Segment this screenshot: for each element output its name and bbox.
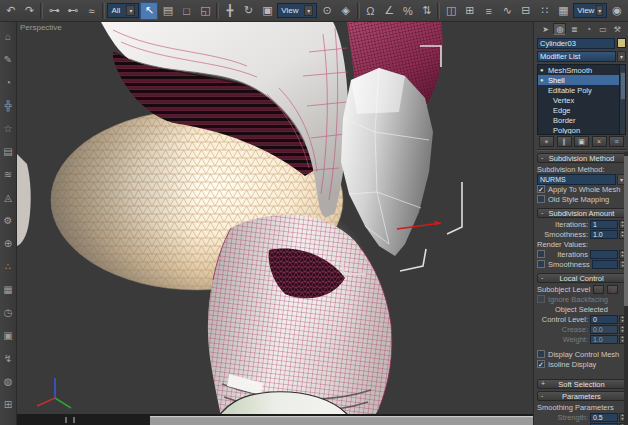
modifier-stack: ● MeshSmooth ● Shell Editable Poly Verte… bbox=[537, 64, 626, 135]
render-smoothness-checkbox[interactable]: ✓ bbox=[537, 260, 545, 268]
render-smoothness-field[interactable] bbox=[592, 260, 619, 269]
viewport-label[interactable]: Perspective bbox=[20, 23, 62, 32]
perspective-viewport[interactable]: Perspective bbox=[17, 22, 533, 425]
stack-item-edge[interactable]: Edge bbox=[538, 105, 625, 115]
select-and-scale-icon[interactable]: ▣ bbox=[259, 2, 277, 20]
stack-item-polygon[interactable]: Polygon bbox=[538, 125, 625, 135]
remove-modifier-button[interactable]: × bbox=[592, 136, 607, 147]
time-slider-strip[interactable] bbox=[17, 414, 533, 425]
schematic-view-icon[interactable]: ⊟ bbox=[517, 2, 535, 20]
left-tool-15-icon[interactable]: ↯ bbox=[1, 347, 16, 370]
selection-region-icon[interactable]: □ bbox=[178, 2, 196, 20]
percent-snap-icon[interactable]: % bbox=[399, 2, 417, 20]
layer-manager-icon[interactable]: ≡ bbox=[480, 2, 498, 20]
pin-stack-button[interactable]: ⌖ bbox=[539, 136, 554, 147]
stack-item-meshsmooth[interactable]: ● MeshSmooth bbox=[538, 65, 625, 75]
left-tool-11-icon[interactable]: ∴ bbox=[1, 255, 16, 278]
spinner-snap-icon[interactable]: ⇅ bbox=[418, 2, 436, 20]
left-tool-16-icon[interactable]: ◍ bbox=[1, 370, 16, 393]
stack-scrollbar[interactable] bbox=[619, 65, 625, 134]
window-crossing-icon[interactable]: ◱ bbox=[197, 2, 215, 20]
selection-filter-dropdown[interactable]: All ▾ bbox=[107, 3, 139, 18]
coordinate-system-dropdown[interactable]: View ▾ bbox=[277, 3, 317, 18]
material-editor-icon[interactable]: ∷ bbox=[536, 2, 554, 20]
object-color-swatch[interactable] bbox=[617, 38, 626, 48]
chevron-down-icon[interactable]: ▾ bbox=[617, 51, 626, 62]
smoothness-field[interactable]: 1.0 bbox=[590, 230, 618, 239]
stack-item-border[interactable]: Border bbox=[538, 115, 625, 125]
tab-modify[interactable]: ◎ bbox=[553, 23, 566, 35]
left-tool-8-icon[interactable]: ◬ bbox=[1, 186, 16, 209]
left-tool-3-icon[interactable]: ◔ bbox=[1, 71, 16, 94]
render-setup-icon[interactable]: ▦ bbox=[555, 2, 573, 20]
select-and-move-icon[interactable]: ╋ bbox=[221, 2, 239, 20]
select-by-name-icon[interactable]: ▤ bbox=[159, 2, 177, 20]
make-unique-button[interactable]: ▣ bbox=[574, 136, 589, 147]
tab-motion[interactable]: ◔ bbox=[582, 23, 595, 35]
snap-toggle-icon[interactable]: Ω bbox=[362, 2, 380, 20]
lightbulb-icon[interactable]: ● bbox=[540, 77, 546, 83]
left-tool-1-icon[interactable]: ⌂ bbox=[1, 25, 16, 48]
panel-scrollbar[interactable] bbox=[624, 152, 628, 425]
apply-whole-mesh-checkbox[interactable]: ✓ bbox=[537, 185, 545, 193]
select-and-link-icon[interactable]: ⊶ bbox=[45, 2, 63, 20]
stack-item-vertex[interactable]: Vertex bbox=[538, 95, 625, 105]
control-level-label: Control Level: bbox=[537, 315, 589, 324]
rollout-soft-selection[interactable]: + Soft Selection bbox=[537, 379, 626, 389]
strength-field[interactable]: 0.5 bbox=[590, 413, 618, 422]
mirror-icon[interactable]: ◫ bbox=[442, 2, 460, 20]
use-pivot-center-icon[interactable]: ⊙ bbox=[318, 2, 336, 20]
rollout-subdivision-amount[interactable]: - Subdivision Amount bbox=[537, 208, 626, 218]
render-view-dropdown[interactable]: View ▾ bbox=[573, 3, 607, 18]
left-tool-17-icon[interactable]: ⊞ bbox=[1, 393, 16, 416]
stack-item-editable-poly[interactable]: Editable Poly bbox=[538, 85, 625, 95]
subobject-vertex-button[interactable]: ∴ bbox=[593, 285, 604, 294]
bind-to-spacewarp-icon[interactable]: ≈ bbox=[83, 2, 101, 20]
modifier-list-dropdown[interactable]: Modifier List bbox=[537, 51, 616, 62]
rollout-local-control[interactable]: - Local Control bbox=[537, 273, 626, 283]
rollout-subdivision-method[interactable]: - Subdivision Method bbox=[537, 153, 626, 163]
select-and-rotate-icon[interactable]: ↻ bbox=[240, 2, 258, 20]
weight-label: Weight: bbox=[537, 335, 589, 344]
tab-utilities[interactable]: ⚒ bbox=[611, 23, 624, 35]
select-and-manipulate-icon[interactable]: ◈ bbox=[337, 2, 355, 20]
iterations-field[interactable]: 1 bbox=[590, 220, 618, 229]
tab-create[interactable]: ➤ bbox=[539, 23, 552, 35]
undo-icon[interactable]: ↶ bbox=[2, 2, 20, 20]
tab-display[interactable]: ▭ bbox=[597, 23, 610, 35]
align-icon[interactable]: ⊞ bbox=[461, 2, 479, 20]
lightbulb-icon[interactable]: ● bbox=[540, 67, 546, 73]
render-iterations-checkbox[interactable]: ✓ bbox=[537, 250, 545, 258]
left-tool-2-icon[interactable]: ✎ bbox=[1, 48, 16, 71]
rollout-parameters[interactable]: - Parameters bbox=[537, 391, 626, 401]
subdivision-method-dropdown[interactable]: NURMS bbox=[537, 174, 616, 185]
old-style-mapping-label: Old Style Mapping bbox=[548, 195, 609, 204]
unlink-selection-icon[interactable]: ⊷ bbox=[64, 2, 82, 20]
control-level-field[interactable]: 0 bbox=[590, 315, 618, 324]
left-tool-10-icon[interactable]: ⊕ bbox=[1, 232, 16, 255]
left-tool-14-icon[interactable]: ▣ bbox=[1, 324, 16, 347]
redo-icon[interactable]: ↷ bbox=[21, 2, 39, 20]
quick-render-icon[interactable]: ◉ bbox=[608, 2, 626, 20]
angle-snap-icon[interactable]: ∠ bbox=[380, 2, 398, 20]
curve-editor-icon[interactable]: ∿ bbox=[498, 2, 516, 20]
left-tool-5-icon[interactable]: ☆ bbox=[1, 117, 16, 140]
left-tool-12-icon[interactable]: ▦ bbox=[1, 278, 16, 301]
left-tool-13-icon[interactable]: ◷ bbox=[1, 301, 16, 324]
display-control-mesh-checkbox[interactable]: ✓ bbox=[537, 350, 545, 358]
render-iterations-field[interactable] bbox=[590, 250, 618, 259]
select-object-icon[interactable]: ↖ bbox=[140, 2, 158, 20]
configure-modifier-sets-button[interactable]: ≡ bbox=[609, 136, 624, 147]
left-tool-4-icon[interactable]: ╬ bbox=[1, 94, 16, 117]
show-end-result-button[interactable]: ∥ bbox=[557, 136, 572, 147]
stack-item-shell[interactable]: ● Shell bbox=[538, 75, 625, 85]
subobject-edge-button[interactable]: ◇ bbox=[607, 285, 618, 294]
left-tool-9-icon[interactable]: ⚙ bbox=[1, 209, 16, 232]
old-style-mapping-checkbox[interactable]: ✓ bbox=[537, 195, 545, 203]
tab-hierarchy[interactable]: ≣ bbox=[568, 23, 581, 35]
viewport-3d-scene[interactable] bbox=[17, 22, 533, 425]
object-name-field[interactable]: Cylinder03 bbox=[537, 38, 615, 49]
left-tool-7-icon[interactable]: ≋ bbox=[1, 163, 16, 186]
isoline-display-checkbox[interactable]: ✓ bbox=[537, 360, 545, 368]
left-tool-6-icon[interactable]: ▤ bbox=[1, 140, 16, 163]
